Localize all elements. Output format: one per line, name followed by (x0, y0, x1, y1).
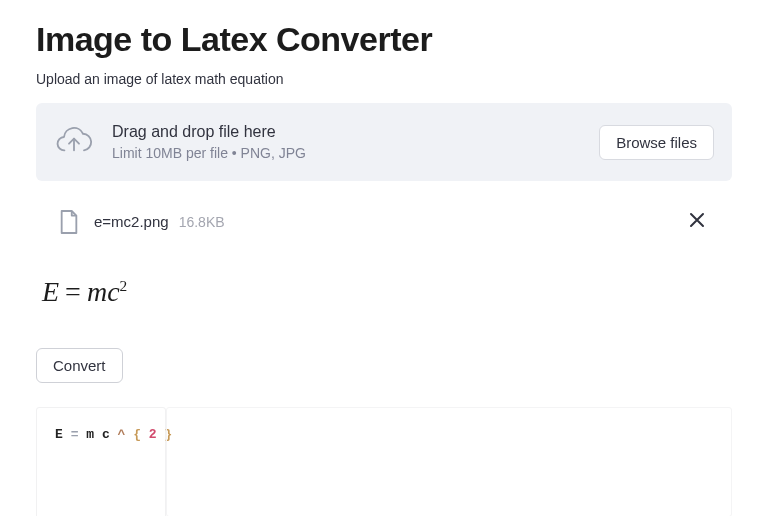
eq-equals: = (59, 276, 87, 307)
eq-var-E: E (42, 276, 59, 307)
tok-eq: = (71, 427, 79, 442)
eq-sup: 2 (120, 277, 128, 294)
tok-m: m (86, 427, 94, 442)
cloud-upload-icon (54, 124, 94, 160)
tok-caret: ^ (118, 427, 126, 442)
latex-code-output: E = m c ^ { 2 } (36, 407, 166, 516)
file-uploader[interactable]: Drag and drop file here Limit 10MB per f… (36, 103, 732, 181)
page-title: Image to Latex Converter (36, 20, 732, 59)
browse-files-button[interactable]: Browse files (599, 125, 714, 160)
eq-var-c: c (107, 276, 119, 307)
eq-var-m: m (87, 276, 107, 307)
uploaded-image-preview: E=mc2 (42, 276, 732, 308)
convert-button[interactable]: Convert (36, 348, 123, 383)
tok-E: E (55, 427, 63, 442)
drop-label: Drag and drop file here (112, 123, 306, 141)
drop-sublabel: Limit 10MB per file • PNG, JPG (112, 145, 306, 161)
uploaded-file-row: e=mc2.png 16.8KB (36, 197, 732, 246)
uploader-left: Drag and drop file here Limit 10MB per f… (54, 123, 306, 161)
close-icon (688, 211, 706, 229)
tok-c: c (102, 427, 110, 442)
results-row: E = m c ^ { 2 } E=mc2 (36, 407, 732, 516)
tok-lbrace: { (133, 427, 141, 442)
file-size: 16.8KB (179, 214, 225, 230)
remove-file-button[interactable] (684, 207, 710, 236)
latex-render-output (166, 407, 732, 516)
tok-num: 2 (149, 427, 157, 442)
file-icon (58, 209, 80, 235)
page-subtitle: Upload an image of latex math equation (36, 71, 732, 87)
file-name: e=mc2.png (94, 213, 169, 230)
result-left-col: E = m c ^ { 2 } E=mc2 (36, 407, 166, 516)
